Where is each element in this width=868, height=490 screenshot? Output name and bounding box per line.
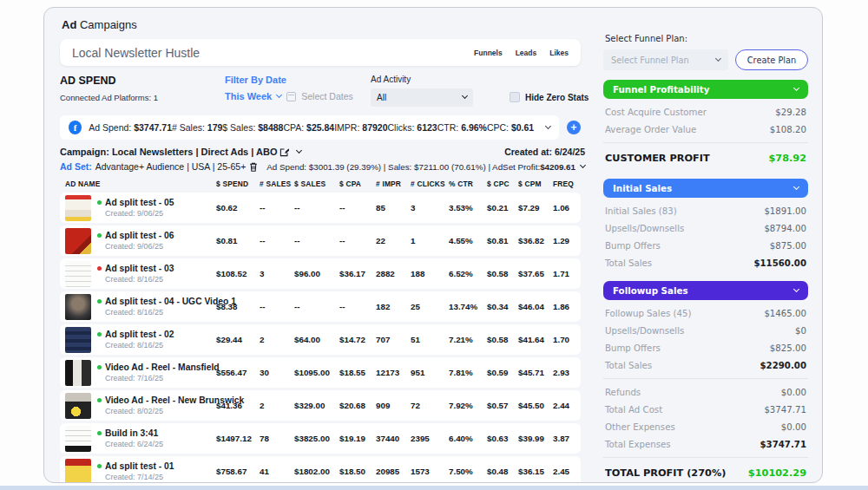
metric-value: 20985	[376, 467, 411, 476]
trash-icon[interactable]	[249, 162, 258, 172]
add-platform-button[interactable]: +	[567, 121, 581, 134]
campaign-search-input[interactable]	[72, 46, 474, 60]
table-rows: Ad split test - 05Created: 9/06/25$0.62-…	[60, 193, 581, 483]
initial-sales-toggle[interactable]: Initial Sales	[603, 179, 808, 198]
campaign-label[interactable]: Campaign: Local Newsletters | Direct Ads…	[60, 147, 301, 157]
filter-by-date-label: Filter By Date	[225, 75, 371, 85]
metric-value: 1	[411, 236, 449, 245]
stat-label: Total Expenses	[605, 440, 671, 449]
adset-profit-value: $4209.61	[540, 162, 575, 172]
campaign-search-box[interactable]: FunnelsLeadsLikes	[60, 39, 581, 66]
stat-item: Ad Spend: $3747.71	[89, 122, 172, 133]
table-row[interactable]: Ad split test - 06Created: 9/06/25$0.81-…	[60, 225, 581, 256]
metric-value: 2.45	[553, 467, 575, 476]
ad-activity-select[interactable]: All	[371, 88, 473, 107]
metric-value: $758.67	[216, 467, 260, 476]
table-row[interactable]: Ad split test - 03Created: 8/16/25$108.5…	[60, 258, 581, 289]
table-row[interactable]: Video Ad - Reel - New BrunswickCreated: …	[60, 390, 581, 421]
edit-icon[interactable]	[279, 147, 289, 157]
status-dot	[97, 431, 102, 435]
metric-value: 3.53%	[449, 203, 487, 212]
chevron-down-icon	[793, 285, 799, 291]
search-link-leads[interactable]: Leads	[516, 49, 537, 57]
metric-value: $0.34	[487, 302, 518, 311]
create-plan-button[interactable]: Create Plan	[735, 49, 808, 70]
followup-sales-toggle[interactable]: Followup Sales	[603, 281, 808, 300]
metric-value: 951	[411, 368, 449, 377]
chevron-down-icon	[462, 93, 468, 99]
adset-summary: Ad Spend: $3001.39 (29.39%) | Sales: $72…	[266, 162, 585, 172]
chevron-down-icon[interactable]	[545, 123, 551, 129]
platform-stats-bar[interactable]: f Ad Spend: $3747.71# Sales: 179$ Sales:…	[60, 115, 559, 140]
this-week-dropdown[interactable]: This Week	[225, 91, 281, 101]
stat-value: $0	[795, 326, 806, 336]
ad-name-stack: Ad split test - 04 - UGC Video 1Created:…	[97, 297, 236, 317]
divider	[603, 457, 808, 458]
search-link-funnels[interactable]: Funnels	[474, 49, 503, 57]
stat-item: CPA: $25.84	[283, 122, 334, 133]
ad-thumbnail	[65, 228, 91, 254]
stat-value: $3747.71	[760, 440, 807, 449]
select-dates-button[interactable]: Select Dates	[301, 91, 353, 101]
metric-value: $29.44	[216, 335, 260, 344]
ad-name-line: Ad split test - 01	[97, 461, 174, 471]
funnel-plan-select[interactable]: Select Funnel Plan	[603, 49, 728, 70]
metric-value: --	[260, 203, 294, 212]
metric-value: $8.38	[216, 302, 260, 311]
connected-platforms: Connected Ad Platforms: 1	[60, 93, 225, 102]
stat-value: $875.00	[770, 241, 806, 251]
ad-thumbnail	[65, 261, 91, 287]
column-header: $ SPEND	[216, 180, 260, 188]
chevron-down-icon[interactable]	[580, 161, 586, 167]
page-title-rest: Campaigns	[76, 18, 136, 31]
table-row[interactable]: Video Ad - Reel - MansfieldCreated: 7/16…	[60, 357, 581, 388]
ad-name: Build in 3:41	[105, 428, 158, 438]
chevron-down-icon	[276, 91, 282, 97]
table-row[interactable]: Ad split test - 04 - UGC Video 1Created:…	[60, 291, 581, 322]
column-header: $ CPA	[339, 180, 376, 188]
metric-value: 13.74%	[449, 302, 487, 311]
stat-label: Average Order Value	[605, 125, 696, 134]
hide-zero-stats-group: Hide Zero Stats	[510, 92, 589, 102]
page-title: Ad Campaigns	[62, 18, 596, 31]
ad-name: Video Ad - Reel - Mansfield	[105, 363, 220, 372]
stat-row: Refunds$0.00	[603, 383, 808, 401]
customer-profit-label: CUSTOMER PROFIT	[605, 153, 710, 164]
stat-row: Cost Acquire Customer$29.28	[603, 103, 808, 121]
stat-row: Total Ad Cost$3747.71	[603, 401, 808, 418]
metric-value: 2	[260, 335, 294, 344]
ad-thumbnail	[65, 360, 91, 386]
ad-name: Ad split test - 01	[105, 461, 174, 471]
funnel-profitability-toggle[interactable]: Funnel Profitability	[603, 80, 808, 99]
table-row[interactable]: Ad split test - 01Created: 7/14/25$758.6…	[60, 456, 581, 483]
stat-item: $ Sales: $8488	[222, 122, 283, 133]
stat-label: Total Ad Cost	[605, 405, 662, 415]
hide-zero-stats-checkbox[interactable]	[510, 92, 520, 102]
column-header: # IMPR	[376, 180, 411, 188]
ad-name-line: Video Ad - Reel - Mansfield	[97, 363, 220, 372]
platform-stats-row: f Ad Spend: $3747.71# Sales: 179$ Sales:…	[60, 115, 596, 140]
ad-activity-block: Ad Activity All	[371, 75, 510, 107]
metric-value: 2882	[376, 269, 411, 278]
divider	[603, 142, 808, 143]
customer-profit-value: $78.92	[768, 153, 806, 164]
status-dot	[97, 299, 102, 304]
table-row[interactable]: Ad split test - 05Created: 9/06/25$0.62-…	[60, 193, 581, 223]
column-header: FREQ	[553, 180, 575, 188]
stat-row: Initial Sales (83)$1891.00	[603, 202, 808, 219]
ad-name-cell: Video Ad - Reel - MansfieldCreated: 7/16…	[65, 360, 216, 386]
metric-value: $39.99	[518, 434, 553, 443]
search-link-likes[interactable]: Likes	[549, 49, 569, 57]
calendar-icon	[286, 92, 296, 101]
column-header: # CLICKS	[411, 180, 449, 188]
metric-value: $36.17	[339, 269, 376, 278]
table-row[interactable]: Build in 3:41Created: 6/24/25$1497.1278$…	[60, 423, 581, 454]
metric-value: 2	[260, 401, 294, 410]
chevron-down-icon	[715, 55, 721, 61]
table-row[interactable]: Ad split test - 02Created: 8/16/25$29.44…	[60, 324, 581, 355]
divider	[603, 378, 808, 379]
metric-value: $0.63	[487, 434, 518, 443]
chevron-down-icon[interactable]	[296, 147, 302, 153]
metric-value: $0.81	[216, 236, 260, 245]
metric-value: 2.93	[553, 368, 575, 377]
